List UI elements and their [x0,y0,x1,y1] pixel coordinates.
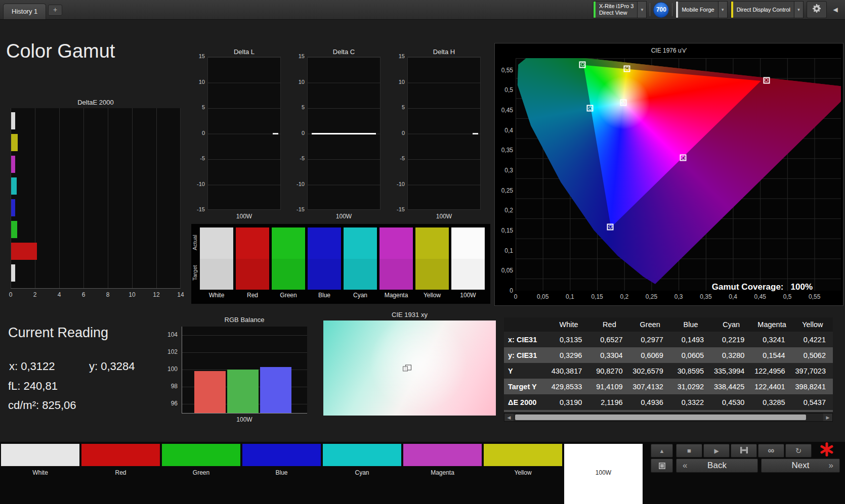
row-label: ΔE 2000 [504,394,548,410]
pattern-swatch-label: Blue [242,469,321,476]
table-cell: 0,3241 [751,332,792,347]
pattern-swatch-100w[interactable]: 100W [564,444,643,504]
rgb-y-labels: 1041021009896 [162,331,180,412]
rgb-bar-green [227,370,259,413]
reading-cd: cd/m²: 825,06 [8,399,76,412]
table-cell: 0,6527 [589,332,629,347]
table-cell: 30,8595 [670,363,711,379]
y-tick-label: 0 [190,130,205,136]
table-cell: 0,3135 [548,332,589,347]
y-tick-label: 98 [162,383,178,390]
pattern-swatch-green[interactable] [162,444,240,466]
pattern-swatch-magenta[interactable] [403,444,482,466]
next-button[interactable]: Next » [761,459,840,473]
play-button[interactable]: ▶ [703,444,730,457]
table-horizontal-scrollbar: ◀ ▶ [504,413,833,422]
cie-marker-green [579,61,586,68]
swatch-red[interactable] [236,227,269,290]
table-cell: 0,5437 [792,394,833,410]
repeat-button[interactable]: ↻ [785,444,812,457]
swatch-label: White [200,292,233,299]
swatch-blue[interactable] [308,227,341,290]
delta-h-chart: Delta H151050-5-10-15100W [390,48,491,222]
marker-dot [765,78,768,82]
pattern-swatch-cyan[interactable] [323,444,401,466]
page-title: Color Gamut [6,40,115,62]
swatch-green[interactable] [272,227,305,290]
scrollbar-track[interactable] [514,414,823,421]
pattern-swatch-label: White [1,469,79,476]
chart-title: Delta C [307,48,381,56]
reading-y: y: 0,3284 [89,360,135,373]
cie1931-marker [405,365,411,371]
table-cell: 0,3190 [548,394,589,410]
delta-c-chart: Delta C151050-5-10-15100W [289,48,391,222]
table-cell: 2,1270 [792,410,833,412]
table-cell: 430,3817 [548,363,589,379]
table-cell: 12,8316 [589,410,629,412]
table-cell: 338,4425 [711,379,751,394]
x-tick-label: 0 [514,293,518,300]
y-tick-label: 0 [390,130,405,136]
pattern-swatch-red[interactable] [81,444,160,466]
pattern-swatch-yellow[interactable] [484,444,562,466]
y-tick-label: 0,2 [497,207,513,214]
deltae-plot [11,108,181,289]
histogram-button[interactable] [731,444,757,457]
scroll-right-button[interactable]: ▶ [823,414,832,421]
expand-controls-button[interactable]: ▲ [651,444,673,457]
display-control-dropdown[interactable]: Direct Display Control ▼ [731,1,804,18]
table-cell: 0,3285 [751,394,792,410]
settings-button[interactable] [807,1,827,18]
table-cell: 0,2977 [630,332,670,347]
table-cell: 90,8270 [589,363,629,379]
stop-button[interactable]: ■ [676,444,702,457]
chevron-down-icon[interactable]: ▼ [718,2,727,18]
back-button[interactable]: « Back [676,459,758,473]
swatch-100w[interactable] [451,227,485,290]
chevron-down-icon[interactable]: ▼ [637,2,646,18]
workflow-dropdown[interactable]: Mobile Forge ▼ [675,1,727,18]
tab-history-1[interactable]: History 1 [3,4,46,19]
y-tick-label: -15 [190,206,205,212]
alert-indicator [814,442,840,459]
app-window: History 1 + X-Rite i1Pro 3 Direct View ▼… [0,0,845,504]
y-tick-label: 5 [289,104,305,110]
cie1931-title: CIE 1931 xy [323,311,496,318]
swatch-magenta[interactable] [379,227,413,290]
scroll-left-button[interactable]: ◀ [504,414,514,421]
x-tick-label: 0,05 [537,293,548,300]
red-asterisk-icon [820,442,834,459]
collapse-panel-button[interactable]: ◀ [830,2,841,18]
current-reading-title: Current Reading [8,325,108,341]
swatch-yellow[interactable] [415,227,449,290]
table-col-cyan: Cyan [711,317,751,332]
measurement-count-badge: 700 [653,2,669,18]
pattern-window-button[interactable] [651,459,673,473]
deltae-x-tick: 10 [129,291,135,298]
table-cell: 307,4132 [630,379,670,394]
arrow-left-icon: ◀ [508,415,511,420]
row-label: y: CIE31 [504,347,548,363]
marker-dot [588,107,592,110]
display-control-name: Direct Display Control [737,7,790,13]
pattern-swatch-blue[interactable] [242,444,321,466]
add-tab-button[interactable]: + [48,5,62,16]
deltae-bar-magenta [11,156,15,173]
table-row-y: Y430,381790,8270302,657930,8595335,39941… [504,363,833,379]
continuous-read-button[interactable]: ∞ [758,444,784,457]
chevron-down-icon[interactable]: ▼ [794,2,803,18]
infinity-icon: ∞ [768,445,775,456]
x-tick-label: 0,25 [646,293,657,300]
table-cell: 397,7023 [792,363,833,379]
row-label-target: Target [192,257,199,289]
chart-title: Delta H [407,48,481,56]
pattern-swatch-white[interactable] [1,444,79,466]
meter-dropdown[interactable]: X-Rite i1Pro 3 Direct View ▼ [593,1,647,18]
swatch-cyan[interactable] [344,227,377,290]
table-cell: 0,2219 [711,332,751,347]
scrollbar-thumb[interactable] [515,415,806,420]
rgb-balance-title: RGB Balance [182,316,307,324]
swatch-white[interactable] [200,227,233,290]
marker-dot [621,101,625,105]
